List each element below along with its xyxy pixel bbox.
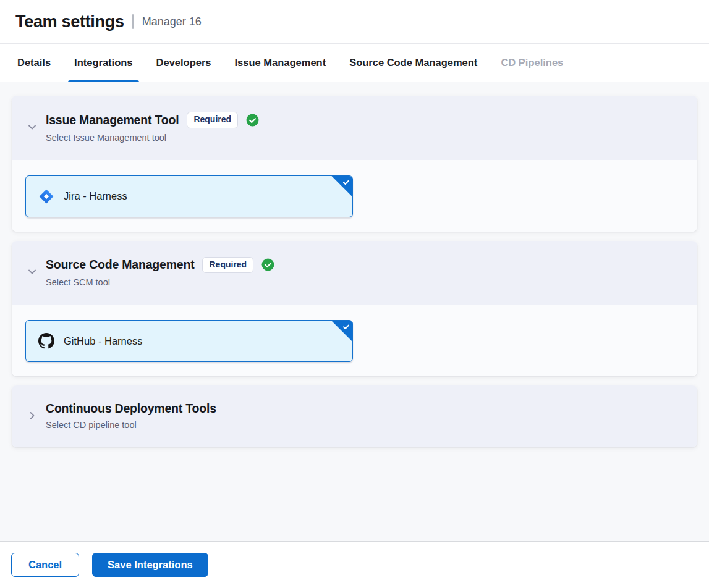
chevron-down-icon	[27, 266, 38, 277]
section-header-scm[interactable]: Source Code Management Required Select S…	[12, 241, 697, 305]
github-icon	[38, 333, 54, 349]
page-header: Team settings Manager 16	[0, 0, 709, 44]
tool-card-jira[interactable]: Jira - Harness	[25, 175, 353, 217]
integrations-panel: Issue Management Tool Required Select Is…	[0, 82, 709, 541]
section-header-issue-management[interactable]: Issue Management Tool Required Select Is…	[12, 96, 697, 160]
tool-name: Jira - Harness	[64, 190, 127, 202]
check-circle-icon	[246, 114, 259, 127]
tab-cd-pipelines: CD Pipelines	[489, 44, 575, 82]
save-integrations-button[interactable]: Save Integrations	[92, 553, 208, 577]
section-subtitle: Select CD pipeline tool	[46, 420, 216, 430]
chevron-right-icon	[27, 410, 38, 421]
section-body-issue-management: Jira - Harness	[12, 160, 697, 232]
footer-action-bar: Cancel Save Integrations	[0, 541, 709, 588]
page-title: Team settings	[15, 12, 124, 32]
tab-bar: Details Integrations Developers Issue Ma…	[0, 44, 709, 82]
section-continuous-deployment-tools: Continuous Deployment Tools Select CD pi…	[12, 385, 697, 447]
section-title: Continuous Deployment Tools	[46, 401, 216, 416]
section-subtitle: Select Issue Management tool	[46, 133, 259, 143]
tab-developers[interactable]: Developers	[145, 44, 223, 82]
chevron-down-icon	[27, 122, 38, 133]
check-circle-icon	[261, 258, 274, 271]
section-issue-management-tool: Issue Management Tool Required Select Is…	[12, 96, 697, 232]
section-title: Issue Management Tool	[46, 113, 179, 127]
tool-name: GitHub - Harness	[64, 335, 142, 347]
selected-corner-check-icon	[331, 320, 353, 342]
title-divider	[132, 14, 134, 29]
cancel-button[interactable]: Cancel	[11, 553, 79, 577]
section-subtitle: Select SCM tool	[46, 277, 274, 287]
tool-card-github[interactable]: GitHub - Harness	[25, 320, 353, 362]
selected-corner-check-icon	[331, 175, 353, 198]
tab-details[interactable]: Details	[6, 44, 62, 82]
required-badge: Required	[202, 257, 253, 274]
section-body-scm: GitHub - Harness	[12, 304, 697, 376]
section-source-code-management: Source Code Management Required Select S…	[12, 241, 697, 377]
tab-issue-management[interactable]: Issue Management	[223, 44, 338, 82]
tab-source-code-management[interactable]: Source Code Management	[338, 44, 489, 82]
section-header-cd-tools[interactable]: Continuous Deployment Tools Select CD pi…	[12, 385, 697, 447]
jira-icon	[38, 188, 54, 204]
section-title: Source Code Management	[46, 258, 194, 272]
page-subtitle: Manager 16	[142, 15, 202, 28]
tab-integrations[interactable]: Integrations	[62, 44, 144, 82]
required-badge: Required	[187, 112, 238, 128]
